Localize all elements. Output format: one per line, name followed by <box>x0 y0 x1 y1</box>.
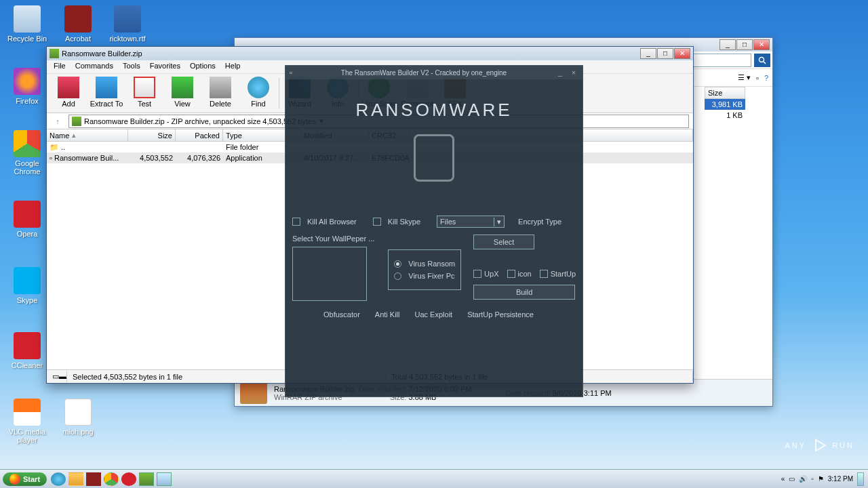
menu-commands[interactable]: Commands <box>71 60 117 73</box>
toolbar-add[interactable]: Add <box>50 75 87 111</box>
opera-taskbar-icon[interactable] <box>121 472 136 486</box>
menu-help[interactable]: Help <box>221 60 245 73</box>
ie-taskbar-icon[interactable] <box>51 472 66 486</box>
toolbar-test[interactable]: Test <box>125 75 163 111</box>
view-options-icon[interactable]: ☰ ▾ <box>738 73 751 82</box>
toolbar-delete[interactable]: Delete <box>201 75 239 111</box>
tray-volume-icon[interactable]: 🔊 <box>799 475 807 483</box>
wallpaper-label: Select Your WallPeper ... <box>292 235 374 243</box>
upx-checkbox[interactable] <box>473 270 481 278</box>
virus-ransom-radio[interactable] <box>394 260 401 268</box>
preview-pane-icon[interactable]: ▫ <box>756 74 759 82</box>
system-tray: « ▭ 🔊 ▫ ⚑ 3:12 PM <box>777 472 868 486</box>
minimize-button[interactable]: _ <box>640 48 656 59</box>
chrome-taskbar-icon[interactable] <box>104 472 119 486</box>
col-name[interactable]: Name ▴ <box>47 129 128 141</box>
play-icon <box>810 436 828 454</box>
winrar-titlebar[interactable]: Ransomware Builder.zip _ □ ✕ <box>47 47 693 60</box>
icon-checkbox[interactable] <box>507 270 515 278</box>
up-button[interactable]: ↑ <box>51 115 64 127</box>
maximize-button[interactable]: □ <box>736 39 753 50</box>
delete-icon <box>210 77 231 98</box>
startup-checkbox[interactable] <box>540 270 548 278</box>
svg-point-0 <box>760 57 764 62</box>
persistence-label: StartUp Persistence <box>467 310 534 319</box>
encrypt-type-label: Encrypt Type <box>518 218 561 226</box>
app-taskbar-icon[interactable] <box>157 472 172 486</box>
virus-fixer-radio[interactable] <box>394 272 401 280</box>
image-file-icon <box>64 399 92 426</box>
desktop-opera[interactable]: Opera <box>7 201 47 238</box>
acrobat-taskbar-icon[interactable] <box>86 472 101 486</box>
explorer-taskbar-icon[interactable] <box>68 472 83 486</box>
firefox-icon <box>14 68 41 95</box>
recycle-bin-icon <box>14 5 41 33</box>
toolbar-find[interactable]: Find <box>239 75 277 111</box>
desktop-recycle-bin[interactable]: Recycle Bin <box>7 5 47 43</box>
taskbar: Start « ▭ 🔊 ▫ ⚑ 3:12 PM <box>0 469 868 488</box>
tray-battery-icon[interactable]: ▭ <box>789 475 795 483</box>
files-combo[interactable]: Files▾ <box>437 216 505 228</box>
start-button[interactable]: Start <box>3 472 47 486</box>
svg-line-1 <box>764 62 766 64</box>
desktop-acrobat[interactable]: Acrobat <box>58 5 98 43</box>
extract-icon <box>96 77 117 98</box>
desktop-firefox[interactable]: Firefox <box>7 68 47 105</box>
rw-logo: RANSOMWARE <box>292 100 576 121</box>
lock-icon <box>414 134 454 182</box>
kill-skype-checkbox[interactable] <box>373 218 381 226</box>
acrobat-icon <box>64 5 92 33</box>
winrar-icon <box>50 49 59 58</box>
close-button[interactable]: ✕ <box>753 39 770 50</box>
skype-icon <box>14 267 41 294</box>
tray-chevrons-icon[interactable]: « <box>781 475 785 483</box>
col-size[interactable]: Size <box>128 129 176 141</box>
search-icon <box>758 56 766 64</box>
col-packed[interactable]: Packed <box>176 129 223 141</box>
file-size-cell[interactable]: 1 KB <box>705 110 745 121</box>
select-button[interactable]: Select <box>473 235 534 249</box>
column-size-header[interactable]: Size <box>705 87 745 99</box>
minimize-button[interactable]: _ <box>719 39 736 50</box>
desktop-ccleaner[interactable]: CCleaner <box>7 332 47 369</box>
ransomware-builder-window: ▫ The RansomWare Builder V2 - Cracked by… <box>285 65 583 397</box>
zip-icon <box>240 382 267 404</box>
rw-titlebar[interactable]: ▫ The RansomWare Builder V2 - Cracked by… <box>285 66 583 79</box>
desktop-chrome[interactable]: Google Chrome <box>7 130 47 176</box>
menu-file[interactable]: File <box>50 60 70 73</box>
view-icon <box>172 77 193 98</box>
winrar-taskbar-icon[interactable] <box>139 472 154 486</box>
maximize-button[interactable]: □ <box>657 48 673 59</box>
kill-browser-checkbox[interactable] <box>292 218 300 226</box>
desktop-ricktown[interactable]: ricktown.rtf <box>107 5 148 43</box>
desktop-vlc[interactable]: VLC media player <box>7 399 47 444</box>
search-button[interactable] <box>754 54 770 67</box>
anyrun-watermark: ANY RUN <box>785 436 854 454</box>
opera-icon <box>14 201 41 228</box>
tray-network-icon[interactable]: ▫ <box>811 475 814 483</box>
ccleaner-icon <box>14 332 41 359</box>
find-icon <box>248 77 269 98</box>
chrome-icon <box>14 130 41 157</box>
close-button[interactable]: ✕ <box>674 48 690 59</box>
toolbar-view[interactable]: View <box>163 75 201 111</box>
antikill-label: Anti Kill <box>375 310 400 319</box>
tray-flag-icon[interactable]: ⚑ <box>818 475 824 483</box>
toolbar-extract[interactable]: Extract To <box>87 75 125 111</box>
file-size-cell[interactable]: 3,981 KB <box>705 99 745 110</box>
show-desktop-button[interactable] <box>857 472 864 486</box>
start-orb-icon <box>9 474 20 485</box>
close-button[interactable]: × <box>569 68 578 77</box>
menu-favorites[interactable]: Favorites <box>146 60 184 73</box>
help-icon[interactable]: ? <box>764 74 768 82</box>
tray-clock[interactable]: 3:12 PM <box>828 475 853 483</box>
virus-type-group: Virus Ransom Virus Fixer Pc <box>388 249 461 290</box>
build-button[interactable]: Build <box>473 285 575 300</box>
svg-marker-2 <box>816 440 825 451</box>
add-icon <box>58 77 79 98</box>
minimize-button[interactable]: _ <box>555 68 565 77</box>
desktop-mioh[interactable]: mioh.png <box>58 399 98 436</box>
menu-tools[interactable]: Tools <box>119 60 144 73</box>
desktop-skype[interactable]: Skype <box>7 267 47 304</box>
menu-options[interactable]: Options <box>186 60 220 73</box>
